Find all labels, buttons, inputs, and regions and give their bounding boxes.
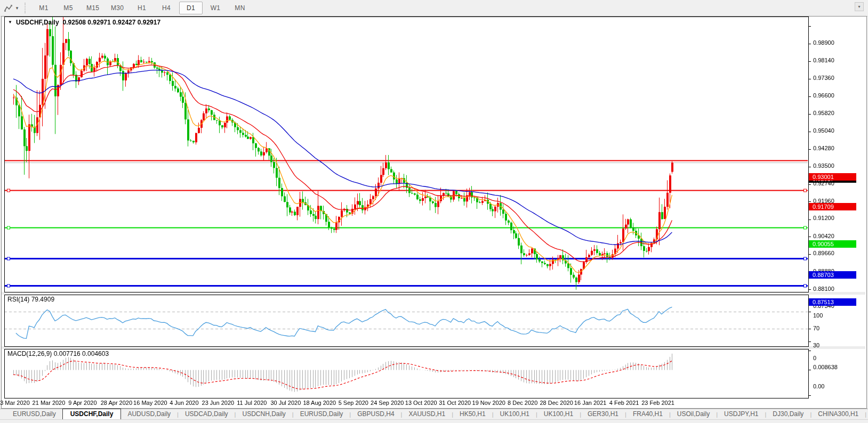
date-axis-label: 9 Apr 2020 <box>68 400 97 407</box>
timeframe-button-W1[interactable]: W1 <box>204 2 227 14</box>
rsi-axis-tick: 70 <box>809 324 868 332</box>
date-axis-label: 18 Aug 2020 <box>303 400 336 407</box>
timeframe-button-M1[interactable]: M1 <box>32 2 55 14</box>
price-line-badge: 0.91709 <box>809 203 856 210</box>
chart-title: ▼ USDCHF,Daily 0.92508 0.92971 0.92427 0… <box>8 19 160 26</box>
chart-tab[interactable]: XAUUSD,H1 <box>402 409 452 419</box>
chart-tab[interactable]: EURUSD,Daily <box>6 409 62 419</box>
status-strip <box>0 419 868 423</box>
date-axis-label: 24 Sep 2020 <box>371 400 404 407</box>
toolbar-overflow-button[interactable]: ▾ <box>855 2 864 11</box>
rsi-axis-tick: 30 <box>809 341 868 349</box>
date-axis-label: 4 Feb 2021 <box>609 400 639 407</box>
price-axis-tick: 0.89660 <box>809 249 868 257</box>
timeframe-button-H4[interactable]: H4 <box>155 2 178 14</box>
chart-tab[interactable]: UK100,H1 <box>537 409 580 419</box>
chart-tab[interactable]: GER30,H1 <box>581 409 625 419</box>
chart-tab[interactable]: UK100,H1 <box>494 409 536 419</box>
macd-axis-tick: 0.00 <box>809 383 868 390</box>
date-axis-label: 13 Oct 2020 <box>405 400 437 407</box>
chart-tab[interactable]: USDJPY,H1 <box>718 409 765 419</box>
price-chart-canvas[interactable] <box>2 17 865 407</box>
date-axis-label: 8 Dec 2020 <box>508 400 537 407</box>
date-axis-label: 3 Mar 2020 <box>0 400 30 407</box>
price-axis-tick: 0.95040 <box>809 127 868 134</box>
line-studies-group: ▾ <box>0 2 20 14</box>
chart-tab[interactable]: USDCAD,Daily <box>179 409 235 419</box>
chart-tab-active[interactable]: USDCHF,Daily <box>62 409 122 420</box>
date-axis-label: 21 Mar 2020 <box>33 400 66 407</box>
chart-ohlc-readout: 0.92508 0.92971 0.92427 0.92917 <box>63 19 161 26</box>
date-axis-label: 28 Dec 2020 <box>540 400 573 407</box>
timeframe-button-H1[interactable]: H1 <box>130 2 154 14</box>
date-axis-label: 5 Sep 2020 <box>339 400 368 407</box>
timeframe-button-D1[interactable]: D1 <box>179 2 203 14</box>
date-axis-label: 30 Jul 2020 <box>270 400 301 407</box>
macd-axis-tick: 0.008638 <box>809 363 868 371</box>
chart-tab[interactable]: CHINA300,H1 <box>811 409 865 419</box>
price-line-badge: 0.88703 <box>809 271 856 279</box>
price-line-badge: 0.93001 <box>809 173 856 181</box>
date-axis-label: 11 Jul 2020 <box>237 400 267 407</box>
date-axis-label: 16 May 2020 <box>133 400 167 407</box>
chart-window: ▼ USDCHF,Daily 0.92508 0.92971 0.92427 0… <box>1 16 867 409</box>
timeframe-button-M5[interactable]: M5 <box>57 2 80 14</box>
date-axis-label: 28 Apr 2020 <box>101 400 132 407</box>
timeframe-button-MN[interactable]: MN <box>228 2 252 14</box>
line-studies-dropdown-icon[interactable]: ▾ <box>14 2 20 14</box>
date-axis-label: 16 Jan 2021 <box>574 400 607 407</box>
price-axis-tick: 0.88100 <box>809 285 868 292</box>
rsi-axis-tick: 0 <box>809 354 868 362</box>
price-axis-tick: 0.95820 <box>809 109 868 117</box>
timeframe-button-M30[interactable]: M30 <box>106 2 129 14</box>
price-axis-tick: 0.93500 <box>809 162 868 169</box>
chart-tab[interactable]: FRA40,H1 <box>626 409 669 419</box>
chart-tab[interactable]: HK50,H1 <box>453 409 492 419</box>
price-axis-tick: 0.91200 <box>809 214 868 222</box>
chart-collapse-icon[interactable]: ▼ <box>8 20 12 25</box>
top-toolbar: ▾ M1M5M15M30H1H4D1W1MN ▾ <box>0 0 868 17</box>
price-line-badge: 0.87513 <box>809 298 856 306</box>
chart-tab[interactable]: USOil,Daily <box>671 409 716 419</box>
date-axis-label: 23 Jun 2020 <box>202 400 235 407</box>
price-axis-tick: 0.98140 <box>809 56 868 64</box>
date-axis-label: 4 Jun 2020 <box>170 400 198 407</box>
timeframe-button-M15[interactable]: M15 <box>81 2 105 14</box>
chart-symbol-label: USDCHF,Daily <box>16 19 59 26</box>
price-axis-tick: 0.94280 <box>809 144 868 152</box>
rsi-axis-tick: 100 <box>809 312 868 319</box>
toolbar-grip[interactable] <box>25 3 28 13</box>
macd-label: MACD(12,26,9) 0.007716 0.004603 <box>7 350 109 357</box>
chart-tab[interactable]: DJ30,Daily <box>766 409 810 419</box>
price-axis-tick: 0.96600 <box>809 92 868 99</box>
timeframe-button-group: M1M5M15M30H1H4D1W1MN <box>31 2 252 14</box>
chart-tab[interactable]: USDCNH,Daily <box>236 409 292 419</box>
price-axis-tick: 0.97360 <box>809 74 868 82</box>
chart-tab[interactable]: GBPUSD,H4 <box>351 409 400 419</box>
chart-tab-bar: EURUSD,DailyUSDCHF,DailyAUDUSD,Daily|USD… <box>0 409 868 419</box>
chart-tab[interactable]: AUDUSD,Daily <box>121 409 177 419</box>
price-axis-tick: 0.98900 <box>809 39 868 46</box>
price-axis-tick: 0.90420 <box>809 232 868 240</box>
line-studies-icon[interactable] <box>2 2 14 14</box>
date-axis-label: 31 Oct 2020 <box>439 400 471 407</box>
date-axis-label: 23 Feb 2021 <box>641 400 674 407</box>
chart-tab[interactable]: EURUSD,Daily <box>294 409 350 419</box>
rsi-label: RSI(14) 79.4909 <box>7 296 54 303</box>
date-axis-label: 19 Nov 2020 <box>472 400 505 407</box>
price-line-badge: 0.90055 <box>809 240 856 248</box>
